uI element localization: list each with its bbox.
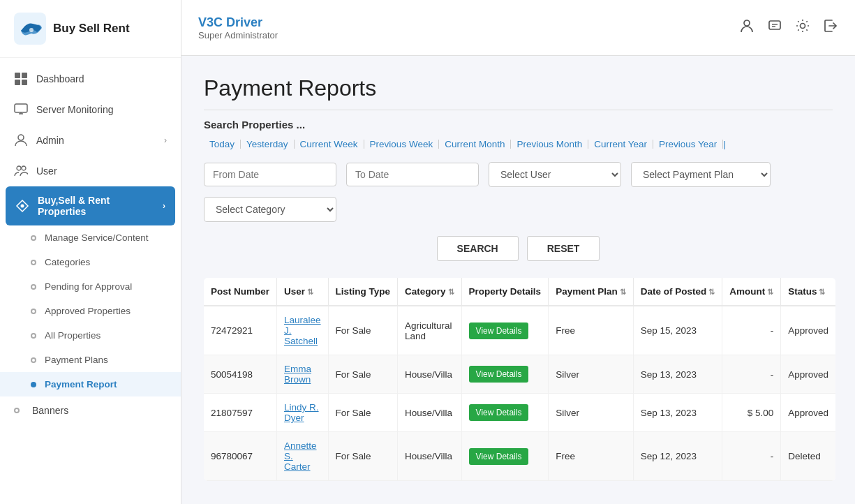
report-table: Post Number User⇅ Listing Type Category⇅… — [204, 278, 835, 481]
sidebar: Buy Sell Rent Dashboard Server Monitorin… — [0, 0, 181, 504]
sidebar-sub-pending-approval[interactable]: Pending for Approval — [0, 274, 181, 299]
filter-previous-month[interactable]: Previous Month — [511, 140, 588, 149]
user-link[interactable]: Emma Brown — [284, 364, 311, 385]
view-details-button[interactable]: View Details — [469, 323, 529, 339]
user-link[interactable]: Lauralee J. Satchell — [284, 315, 321, 346]
sidebar-item-admin[interactable]: Admin › — [0, 125, 181, 156]
filter-current-week[interactable]: Current Week — [295, 140, 364, 149]
table-row: 72472921Lauralee J. SatchellFor SaleAgri… — [204, 306, 835, 355]
svg-point-13 — [744, 20, 750, 26]
filter-current-year[interactable]: Current Year — [588, 140, 653, 149]
sidebar-sub-approved-properties[interactable]: Approved Properties — [0, 299, 181, 323]
notifications-icon[interactable] — [767, 18, 782, 37]
cell-category: House/Villa — [398, 432, 462, 481]
sidebar-sub-manage-service[interactable]: Manage Service/Content — [0, 225, 181, 250]
cell-date-posted: Sep 13, 2023 — [633, 355, 722, 394]
th-payment-plan: Payment Plan⇅ — [549, 278, 634, 306]
cell-listing-type: For Sale — [328, 355, 398, 394]
svg-point-9 — [18, 135, 24, 140]
sidebar-item-user[interactable]: User — [0, 156, 181, 186]
bullet-icon — [31, 357, 36, 363]
sidebar-sub-approved-properties-label: Approved Properties — [45, 306, 131, 316]
cell-payment-plan: Free — [549, 306, 634, 355]
cell-user[interactable]: Lindy R. Dyer — [277, 394, 329, 432]
logout-icon[interactable] — [823, 18, 838, 37]
sidebar-sub-categories[interactable]: Categories — [0, 250, 181, 274]
topbar-icons — [739, 18, 838, 37]
cell-post-number: 21807597 — [204, 394, 277, 432]
from-date-input[interactable] — [204, 163, 336, 186]
cell-post-number: 96780067 — [204, 432, 277, 481]
cell-listing-type: For Sale — [328, 432, 398, 481]
svg-rect-5 — [22, 80, 27, 85]
cell-post-number: 50054198 — [204, 355, 277, 394]
search-button[interactable]: SEARCH — [437, 236, 519, 261]
sidebar-item-banners-label: Banners — [32, 405, 68, 416]
user-link[interactable]: Lindy R. Dyer — [284, 402, 319, 423]
cell-user[interactable]: Annette S. Carter — [277, 432, 329, 481]
table-header-row: Post Number User⇅ Listing Type Category⇅… — [204, 278, 835, 306]
sidebar-sub-payment-report-label: Payment Report — [45, 379, 117, 390]
people-icon — [14, 164, 28, 178]
user-link[interactable]: Annette S. Carter — [284, 440, 317, 472]
cell-date-posted: Sep 13, 2023 — [633, 394, 722, 432]
sidebar-sub-payment-plans[interactable]: Payment Plans — [0, 348, 181, 372]
view-details-button[interactable]: View Details — [469, 448, 529, 465]
cell-payment-plan: Free — [549, 432, 634, 481]
svg-rect-3 — [22, 73, 27, 78]
topbar-left: V3C Driver Super Administrator — [198, 15, 278, 40]
th-listing-type: Listing Type — [328, 278, 398, 306]
sort-icon: ⇅ — [708, 288, 715, 296]
cell-user[interactable]: Emma Brown — [277, 355, 329, 394]
button-row: SEARCH RESET — [204, 236, 833, 261]
view-details-button[interactable]: View Details — [469, 404, 529, 421]
reset-button[interactable]: RESET — [527, 236, 600, 261]
filter-row-1: Select User Select Payment Plan — [204, 162, 833, 187]
filter-today[interactable]: Today — [204, 140, 241, 149]
filter-row-2: Select Category — [204, 197, 833, 222]
filter-previous-year[interactable]: Previous Year — [653, 140, 723, 149]
topbar: V3C Driver Super Administrator — [181, 0, 855, 56]
filter-previous-week[interactable]: Previous Week — [364, 140, 440, 149]
table-row: 21807597Lindy R. DyerFor SaleHouse/Villa… — [204, 394, 835, 432]
sidebar-sub-payment-plans-label: Payment Plans — [45, 355, 108, 365]
sidebar-item-dashboard[interactable]: Dashboard — [0, 64, 181, 94]
logo-icon — [14, 13, 46, 45]
filter-yesterday[interactable]: Yesterday — [241, 140, 295, 149]
sidebar-item-server-monitoring[interactable]: Server Monitoring — [0, 94, 181, 125]
svg-point-1 — [29, 28, 34, 32]
view-details-button[interactable]: View Details — [469, 366, 529, 383]
settings-icon[interactable] — [795, 18, 810, 37]
cell-property-details: View Details — [461, 306, 549, 355]
table-row: 50054198Emma BrownFor SaleHouse/VillaVie… — [204, 355, 835, 394]
select-category-dropdown[interactable]: Select Category — [204, 197, 336, 222]
cell-amount: - — [722, 355, 781, 394]
sidebar-item-server-monitoring-label: Server Monitoring — [36, 104, 114, 115]
sort-icon: ⇅ — [448, 288, 454, 296]
bullet-icon — [31, 333, 36, 339]
svg-point-12 — [21, 205, 24, 208]
select-user-dropdown[interactable]: Select User — [489, 162, 621, 187]
monitor-icon — [14, 103, 28, 117]
sidebar-sub-all-properties[interactable]: All Properties — [0, 323, 181, 348]
sidebar-sub-payment-report[interactable]: Payment Report — [0, 372, 181, 396]
date-filters: Today Yesterday Current Week Previous We… — [204, 139, 833, 149]
sidebar-item-banners[interactable]: Banners — [0, 396, 181, 424]
sidebar-item-dashboard-label: Dashboard — [36, 73, 84, 84]
filter-current-month[interactable]: Current Month — [439, 140, 511, 149]
cell-listing-type: For Sale — [328, 394, 398, 432]
select-payment-plan-dropdown[interactable]: Select Payment Plan — [631, 162, 771, 187]
user-profile-icon[interactable] — [739, 18, 754, 37]
th-user: User⇅ — [277, 278, 329, 306]
admin-arrow-icon: › — [164, 135, 167, 145]
th-property-details: Property Details — [461, 278, 549, 306]
filter-separator: | — [723, 139, 726, 149]
cell-user[interactable]: Lauralee J. Satchell — [277, 306, 329, 355]
cell-payment-plan: Silver — [549, 394, 634, 432]
sidebar-item-buy-sell-rent[interactable]: Buy,Sell & Rent Properties › — [6, 186, 175, 225]
cell-date-posted: Sep 15, 2023 — [633, 306, 722, 355]
user-role: Super Administrator — [198, 30, 278, 40]
to-date-input[interactable] — [346, 163, 479, 186]
bullet-icon-active — [31, 382, 36, 387]
cell-amount: - — [722, 432, 781, 481]
